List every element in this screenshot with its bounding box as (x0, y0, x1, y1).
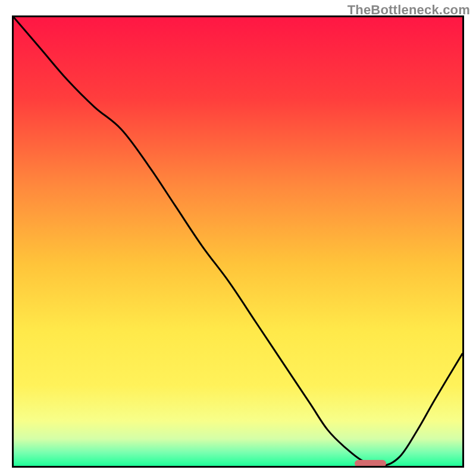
optimal-range-marker (355, 460, 386, 467)
chart-background-gradient (14, 17, 462, 466)
gradient-fill (14, 17, 462, 466)
chart-plot-area (12, 15, 464, 468)
